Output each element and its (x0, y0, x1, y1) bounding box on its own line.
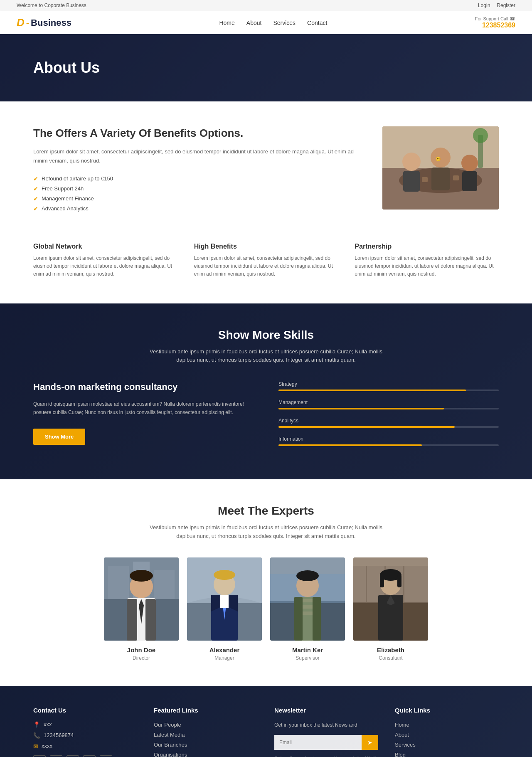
quick-link-services[interactable]: Services (395, 742, 416, 748)
skills-left: Hands-on marketing consultancy Quam id q… (33, 381, 254, 454)
experts-grid: John Doe Director (33, 557, 499, 661)
skill-bar-fill (278, 426, 455, 428)
footer-featured-title: Featured Links (154, 707, 258, 714)
social-google[interactable]: g+ (83, 755, 96, 757)
svg-rect-42 (294, 597, 303, 641)
svg-rect-6 (431, 168, 450, 190)
quick-links-list: Home About Services Blog Contact (395, 721, 499, 757)
svg-rect-18 (154, 570, 175, 599)
featured-link-branches[interactable]: Our Branches (154, 742, 187, 748)
about-image: 😊 (382, 126, 499, 210)
social-facebook[interactable]: f (33, 755, 46, 757)
svg-text:😊: 😊 (436, 156, 441, 162)
list-item: Blog (395, 751, 499, 757)
show-more-button[interactable]: Show More (33, 429, 85, 445)
svg-point-10 (473, 128, 488, 143)
email-icon: ✉ (33, 743, 38, 750)
svg-point-44 (296, 570, 319, 581)
skill-bar-fill (278, 444, 422, 446)
footer-grid: Contact Us 📍 xxx 📞 1234569874 ✉ xxxx f t… (33, 707, 499, 757)
social-links: f t ig g+ in (33, 755, 137, 757)
quick-link-about[interactable]: About (395, 732, 409, 738)
social-twitter[interactable]: t (50, 755, 62, 757)
nav-services[interactable]: Services (273, 20, 296, 26)
about-heading: The Offers A Variety Of Benefits Options… (33, 126, 362, 141)
svg-point-7 (461, 155, 478, 171)
newsletter-form: ➤ (274, 735, 378, 750)
social-linkedin[interactable]: in (100, 755, 112, 757)
list-item: ✔ Advanced Analytics (33, 204, 362, 214)
nav-home[interactable]: Home (219, 20, 234, 26)
nav-about[interactable]: About (246, 20, 262, 26)
footer-contact: Contact Us 📍 xxx 📞 1234569874 ✉ xxxx f t… (33, 707, 137, 757)
social-instagram[interactable]: ig (66, 755, 79, 757)
skills-title: Show More Skills (33, 328, 499, 342)
list-item: About (395, 731, 499, 738)
featured-link-people[interactable]: Our People (154, 722, 181, 728)
expert-card-alexander: Alexander Manager (187, 557, 262, 661)
featured-links-list: Our People Latest Media Our Branches Org… (154, 721, 258, 757)
footer-quick-title: Quick Links (395, 707, 499, 714)
skills-bars: Strategy Management Analitycs Informatio… (278, 381, 499, 454)
footer-newsletter: Newsletter Get in your inbox the latest … (274, 707, 378, 757)
expert-role-alexander: Manager (187, 655, 262, 661)
logo-name: Business (31, 17, 71, 28)
newsletter-desc: Get in your inbox the latest News and (274, 721, 378, 729)
expert-name-elizabeth: Elizabeth (353, 646, 428, 653)
benefit-partnership: Partnership Lorem ipsum dolor sit amet, … (355, 243, 499, 279)
skills-section: Show More Skills Vestibulum ante ipsum p… (0, 303, 532, 480)
contact-address: xxx (44, 721, 52, 727)
phone-icon: 📞 (33, 732, 40, 739)
logo-dash: - (26, 17, 29, 28)
expert-photo-alexander (187, 557, 262, 641)
expert-name-martin: Martin Ker (270, 646, 345, 653)
svg-rect-32 (220, 595, 229, 608)
benefit-high-benefits: High Benefits Lorem ipsum dolor sit amet… (194, 243, 338, 279)
check-icon: ✔ (33, 185, 38, 192)
featured-link-media[interactable]: Latest Media (154, 732, 185, 738)
expert-name-john: John Doe (104, 646, 179, 653)
svg-rect-43 (313, 597, 321, 641)
svg-rect-16 (108, 566, 129, 599)
footer-newsletter-title: Newsletter (274, 707, 378, 714)
contact-phone-item: 📞 1234569874 (33, 732, 137, 739)
skill-bar-bg (278, 444, 499, 446)
register-link[interactable]: Register (497, 2, 515, 8)
nav-contact[interactable]: Contact (307, 20, 327, 26)
quick-link-blog[interactable]: Blog (395, 752, 406, 757)
benefit-title-3: Partnership (355, 243, 499, 250)
newsletter-input[interactable] (274, 735, 362, 750)
login-link[interactable]: Login (478, 2, 490, 8)
logo-d: D (17, 16, 25, 29)
skills-header: Show More Skills Vestibulum ante ipsum p… (33, 328, 499, 365)
list-item: Organisations (154, 751, 258, 757)
checklist-item-1: Refound of airfaire up to €150 (42, 175, 113, 182)
expert-role-martin: Supervisor (270, 655, 345, 661)
featured-link-orgs[interactable]: Organisations (154, 752, 187, 757)
newsletter-submit-button[interactable]: ➤ (362, 735, 378, 750)
contact-address-item: 📍 xxx (33, 721, 137, 728)
check-icon: ✔ (33, 195, 38, 202)
check-icon: ✔ (33, 205, 38, 212)
svg-rect-48 (366, 566, 367, 603)
support-phone: 123852369 (475, 22, 515, 29)
expert-card-elizabeth: Elizabeth Consultant (353, 557, 428, 661)
quick-link-home[interactable]: Home (395, 722, 409, 728)
skill-bar-bg (278, 390, 499, 391)
svg-rect-56 (397, 575, 401, 587)
about-section: The Offers A Variety Of Benefits Options… (0, 101, 532, 303)
skill-bar-strategy: Strategy (278, 381, 499, 391)
expert-photo-john (104, 557, 179, 641)
site-header: D - Business Home About Services Contact… (0, 11, 532, 34)
logo[interactable]: D - Business (17, 16, 71, 29)
svg-rect-55 (380, 575, 384, 587)
about-content: The Offers A Variety Of Benefits Options… (33, 126, 499, 222)
experts-desc: Vestibulum ante ipsum primis in faucibus… (150, 523, 382, 541)
check-icon: ✔ (33, 175, 38, 182)
list-item: ✔ Free Support 24h (33, 184, 362, 194)
welcome-text: Welcome to Coporate Business (17, 2, 86, 8)
page-title: About Us (17, 59, 515, 76)
skill-label-information: Information (278, 436, 499, 442)
page-hero: About Us (0, 34, 532, 101)
skill-label-strategy: Strategy (278, 381, 499, 387)
